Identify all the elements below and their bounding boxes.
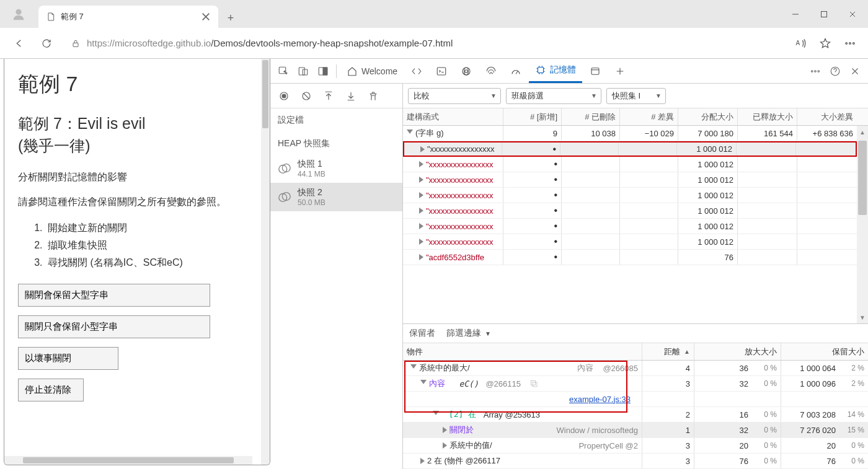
col-shallow[interactable]: 放大大小 <box>694 343 781 360</box>
retainers-filter[interactable]: 篩選邊緣 ▼ <box>446 328 491 339</box>
load-button[interactable] <box>321 89 336 103</box>
lock-icon <box>71 38 81 48</box>
table-v-scrollbar[interactable]: ▲▼ <box>857 126 868 323</box>
col-object[interactable]: 物件 <box>403 343 642 360</box>
source-link[interactable]: example-07.js:33 <box>569 395 631 404</box>
retainer-row[interactable]: 系統中的最大/內容 @266085 4 360 % 1 000 0642 % <box>403 361 868 376</box>
snapshot-1[interactable]: 快照 144.1 MB <box>270 154 402 183</box>
retainer-row[interactable]: 關閉於Window / microsoftedg 1 320 % 7 276 0… <box>403 423 868 438</box>
tab-more[interactable] <box>608 59 632 83</box>
read-aloud-icon[interactable]: A <box>791 34 810 53</box>
tab-network[interactable] <box>479 59 503 83</box>
close-window-button[interactable] <box>838 2 867 26</box>
tab-console[interactable] <box>430 59 453 83</box>
close-tab-button[interactable] <box>201 12 211 22</box>
profile-avatar[interactable] <box>6 5 31 24</box>
expand-icon[interactable] <box>420 380 427 387</box>
svg-point-19 <box>818 70 820 72</box>
expand-icon[interactable] <box>443 442 447 449</box>
devtools-panel: Welcome 記憶體 <box>270 59 868 469</box>
col-new[interactable]: # [新增] <box>503 108 562 125</box>
expand-icon[interactable] <box>410 364 417 372</box>
url-field[interactable]: https://microsoftedge.github.io/Demos/de… <box>63 33 785 54</box>
svg-text:A: A <box>796 40 800 46</box>
retainer-row-link[interactable]: example-07.js:33 <box>403 392 868 407</box>
expand-icon[interactable] <box>419 208 423 214</box>
devtools-help-icon[interactable] <box>826 62 844 81</box>
favorite-button[interactable] <box>816 34 835 53</box>
expand-icon[interactable] <box>419 192 423 198</box>
record-button[interactable] <box>277 89 291 103</box>
expand-icon[interactable] <box>443 427 447 433</box>
back-button[interactable] <box>9 33 30 54</box>
view-mode-select[interactable]: 比較 <box>408 88 501 104</box>
expand-icon[interactable] <box>419 161 423 167</box>
button-small-string[interactable]: 關閉只會保留小型字串 <box>18 315 210 338</box>
expand-icon[interactable] <box>407 129 413 137</box>
page-v-scrollbar[interactable] <box>261 59 270 465</box>
comparison-table-header: 建構函式 # [新增] # 已刪除 # 差異 分配大小 已釋放大小 大小差異 <box>403 108 868 126</box>
device-toolbar-icon[interactable] <box>294 62 312 81</box>
devtools-more-icon[interactable] <box>806 62 825 81</box>
col-constructor[interactable]: 建構函式 <box>403 108 503 125</box>
expand-icon[interactable] <box>419 177 423 183</box>
table-row[interactable]: "xxxxxxxxxxxxxxxx • 1 000 012 <box>403 234 857 250</box>
col-sizediff[interactable]: 大小差異 <box>797 108 857 125</box>
retainer-row[interactable]: 內容 eC() @266115 3 320 % 1 000 0962 % <box>403 376 868 392</box>
tab-application[interactable] <box>583 59 607 83</box>
browser-tab[interactable]: 範例 7 <box>38 6 218 28</box>
table-row[interactable]: (字串 g) 9 10 038 −10 029 7 000 180 161 54… <box>403 126 857 141</box>
address-bar: https://microsoftedge.github.io/Demos/de… <box>0 28 868 59</box>
col-alloc[interactable]: 分配大小 <box>678 108 738 125</box>
svg-rect-28 <box>531 381 536 385</box>
minimize-button[interactable] <box>781 2 810 26</box>
snapshot-2[interactable]: 快照 250.0 MB <box>270 183 402 211</box>
tab-welcome[interactable]: Welcome <box>340 59 404 83</box>
col-distance[interactable]: 距離▲ <box>642 343 694 360</box>
expand-icon[interactable] <box>420 458 425 464</box>
col-freed[interactable]: 已釋放大小 <box>738 108 797 125</box>
retainer-row[interactable]: [2] 在 Array @253613 2 160 % 7 003 20814 … <box>403 407 868 423</box>
tab-sources[interactable] <box>454 59 478 83</box>
retainer-row[interactable]: 2 在 (物件 @266117 3 760 % 760 % <box>403 454 868 469</box>
button-large-string[interactable]: 關閉會保留大型字串 <box>18 284 210 307</box>
new-tab-button[interactable]: + <box>221 8 241 28</box>
more-button[interactable] <box>841 34 859 53</box>
devtools-close-icon[interactable] <box>846 62 864 81</box>
tab-performance[interactable] <box>504 59 528 83</box>
table-row[interactable]: "xxxxxxxxxxxxxxxx • 1 000 012 <box>403 172 857 188</box>
table-row[interactable]: "xxxxxxxxxxxxxxxx • 1 000 012 <box>403 219 857 234</box>
maximize-button[interactable] <box>810 2 838 26</box>
retainer-row[interactable]: 系統中的值/PropertyCell @2 3 200 % 200 % <box>403 438 868 454</box>
retainers-tab[interactable]: 保留者 <box>409 328 435 339</box>
table-row[interactable]: "xxxxxxxxxxxxxxxx • 1 000 012 <box>403 203 857 219</box>
dock-icon[interactable] <box>314 62 332 81</box>
expand-icon[interactable] <box>420 146 425 152</box>
expand-icon[interactable] <box>419 254 423 260</box>
table-row-selected[interactable]: "xxxxxxxxxxxxxxxx • 1 000 012 <box>403 141 857 157</box>
button-evil-close[interactable]: 以壞事關閉 <box>18 347 118 370</box>
expand-icon[interactable] <box>433 411 439 418</box>
class-filter-input[interactable]: 班級篩選 <box>506 88 601 104</box>
table-row[interactable]: "acdf6552d3bffe • 76 <box>403 250 857 265</box>
table-row[interactable]: "xxxxxxxxxxxxxxxx • 1 000 012 <box>403 157 857 172</box>
page-h-scrollbar[interactable] <box>4 456 252 465</box>
col-diff[interactable]: # 差異 <box>620 108 678 125</box>
save-button[interactable] <box>343 89 358 103</box>
tab-memory[interactable]: 記憶體 <box>529 59 582 83</box>
expand-icon[interactable] <box>419 239 423 245</box>
step-2: 擷取堆集快照 <box>45 237 247 254</box>
base-snapshot-select[interactable]: 快照集 I <box>606 88 666 104</box>
col-retained[interactable]: 保留大小 <box>781 343 868 360</box>
svg-rect-1 <box>822 11 827 17</box>
table-row[interactable]: "xxxxxxxxxxxxxxxx • 1 000 012 <box>403 188 857 203</box>
button-stop-clear[interactable]: 停止並清除 <box>18 379 84 401</box>
expand-icon[interactable] <box>419 223 423 229</box>
refresh-button[interactable] <box>36 33 57 54</box>
svg-point-18 <box>815 70 817 72</box>
col-deleted[interactable]: # 已刪除 <box>562 108 620 125</box>
clear-button[interactable] <box>299 89 314 103</box>
gc-button[interactable] <box>366 89 381 103</box>
tab-elements[interactable] <box>405 59 428 83</box>
inspect-element-icon[interactable] <box>274 62 293 81</box>
